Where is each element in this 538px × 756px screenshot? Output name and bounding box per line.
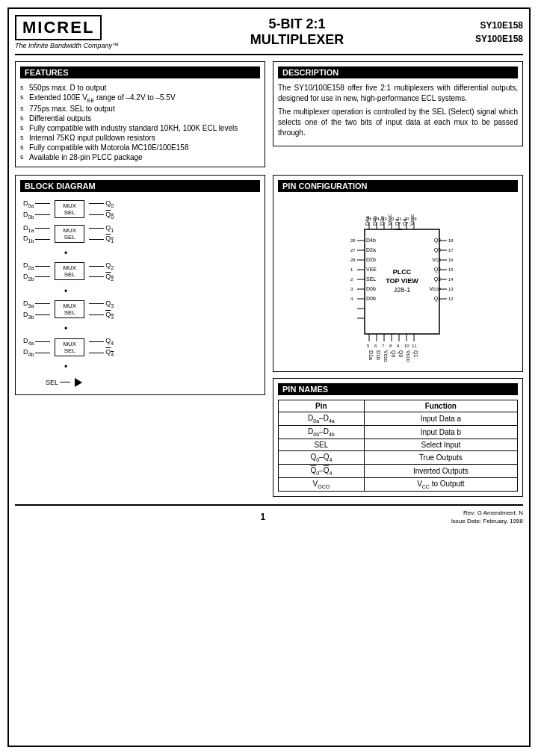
svg-text:Q3: Q3 — [433, 247, 440, 253]
svg-text:24: 24 — [374, 217, 380, 221]
svg-text:22: 22 — [389, 217, 395, 221]
svg-text:26: 26 — [350, 238, 356, 243]
pin-config-diagram: PLCC TOP VIEW J28-1 D4a D4b D3n Vccc — [278, 196, 518, 367]
pin-config-col: PIN CONFIGURATION PLCC TOP VIEW J28-1 — [273, 175, 523, 497]
svg-text:7: 7 — [382, 344, 385, 348]
svg-text:23: 23 — [382, 217, 387, 221]
svg-text:Q2: Q2 — [433, 276, 440, 282]
mux-inputs-0: D0a D0b — [23, 199, 52, 220]
mux-inputs-1: D1a D1b — [23, 224, 52, 244]
mux-row-4: D4a D4b MUX SEL Q4 Q4 — [23, 337, 257, 357]
part-numbers: SY10E158 SY100E158 — [475, 19, 523, 46]
col-pin-header: Pin — [279, 400, 365, 412]
table-row: Q0–Q4 Inverted Outputs — [279, 465, 518, 478]
svg-text:18: 18 — [448, 238, 454, 243]
title-line1: 5-BIT 2:1 — [119, 16, 475, 32]
mux-outputs-4: Q4 Q4 — [87, 337, 114, 357]
table-row: D0b–D4b Input Data b — [279, 426, 518, 439]
logo-tagline: The Infinite Bandwidth Company™ — [15, 42, 119, 49]
svg-text:Vcc: Vcc — [432, 257, 441, 262]
svg-text:4: 4 — [350, 297, 353, 301]
features-section: FEATURES 550ps max. D to output Extended… — [15, 61, 265, 167]
mux-box-3: MUX SEL — [55, 300, 84, 318]
svg-text:25: 25 — [367, 217, 372, 221]
mux-outputs-1: Q1 Q1 — [87, 224, 114, 244]
sel-triangle-icon — [75, 378, 82, 387]
mux-inputs-3: D3a D3b — [23, 300, 52, 320]
description-col: DESCRIPTION The SY10/100E158 offer five … — [273, 61, 523, 167]
block-diagram-section: BLOCK DIAGRAM D0a D0b MUX SEL Q0 — [15, 175, 265, 395]
footer: 1 Rev: G Amendment: N Issue Date: Februa… — [15, 504, 523, 525]
mux-row-0: D0a D0b MUX SEL Q0 Q0 — [23, 199, 257, 220]
block-diagram-col: BLOCK DIAGRAM D0a D0b MUX SEL Q0 — [15, 175, 265, 497]
feature-item: 550ps max. D to output — [20, 83, 260, 93]
mux-box-0: MUX SEL — [55, 200, 84, 218]
mux-box-2: MUX SEL — [55, 262, 84, 280]
footer-revision: Rev: G Amendment: N Issue Date: February… — [451, 509, 523, 525]
description-para2: The multiplexer operation is controlled … — [278, 107, 518, 138]
table-row: SEL Select Input — [279, 439, 518, 451]
svg-text:10: 10 — [404, 344, 409, 348]
feature-item: Available in 28-pin PLCC package — [20, 152, 260, 162]
header: MICREL The Infinite Bandwidth Company™ 5… — [15, 15, 523, 55]
svg-text:8: 8 — [389, 344, 392, 348]
title-line2: MULTIPLEXER — [119, 32, 475, 48]
mux-outputs-3: Q3 Q3 — [87, 300, 114, 320]
svg-text:27: 27 — [350, 248, 356, 252]
svg-text:11: 11 — [412, 344, 417, 348]
svg-text:TOP VIEW: TOP VIEW — [386, 277, 418, 285]
svg-text:16: 16 — [448, 258, 454, 262]
mux-box-1: MUX SEL — [55, 225, 84, 243]
svg-text:Q1: Q1 — [433, 296, 440, 302]
title-area: 5-BIT 2:1 MULTIPLEXER — [119, 16, 475, 48]
mux-inputs-2: D2a D2b — [23, 261, 52, 282]
description-section: DESCRIPTION The SY10/100E158 offer five … — [273, 61, 523, 146]
svg-text:9: 9 — [397, 344, 400, 348]
mux-inputs-4: D4a D4b — [23, 337, 52, 357]
svg-text:Q0: Q0 — [390, 350, 396, 357]
pin-names-heading: PIN NAMES — [278, 383, 518, 395]
feature-item: 775ps max. SEL to output — [20, 104, 260, 114]
svg-text:D4b: D4b — [366, 238, 376, 243]
svg-text:D0b: D0b — [366, 296, 376, 301]
svg-text:SEL: SEL — [366, 276, 376, 282]
svg-text:D1b: D1b — [376, 350, 381, 360]
description-para1: The SY10/100E158 offer five 2:1 multiple… — [278, 83, 518, 104]
svg-text:Q1: Q1 — [412, 350, 418, 357]
svg-text:J28-1: J28-1 — [393, 286, 410, 294]
rev-line1: Rev: G Amendment: N — [451, 509, 523, 517]
feature-item: Differential outputs — [20, 114, 260, 123]
svg-text:14: 14 — [448, 277, 454, 282]
sel-line: SEL — [46, 378, 257, 387]
features-heading: FEATURES — [20, 66, 260, 78]
svg-text:20: 20 — [404, 217, 409, 221]
svg-text:28: 28 — [350, 258, 356, 262]
block-diagram-heading: BLOCK DIAGRAM — [20, 180, 260, 192]
logo: MICREL — [15, 15, 102, 40]
svg-text:Q2: Q2 — [433, 267, 440, 273]
mux-outputs-2: Q2 Q2 — [87, 261, 114, 282]
mux-row-3: D3a D3b MUX SEL Q3 Q3 — [23, 300, 257, 320]
svg-text:D2b: D2b — [366, 257, 376, 262]
mux-row-2: D2a D2b MUX SEL Q2 Q2 — [23, 261, 257, 282]
mux-diagram: D0a D0b MUX SEL Q0 Q0 — [20, 196, 260, 390]
svg-text:Vcco: Vcco — [429, 286, 441, 291]
feature-item: Fully compatible with industry standard … — [20, 123, 260, 133]
mux-outputs-0: Q0 Q0 — [87, 199, 114, 220]
features-description-row: FEATURES 550ps max. D to output Extended… — [15, 61, 523, 167]
svg-text:17: 17 — [448, 248, 454, 252]
rev-line2: Issue Date: February, 1998 — [451, 517, 523, 525]
pin-config-section: PIN CONFIGURATION PLCC TOP VIEW J28-1 — [273, 175, 523, 372]
feature-item: Extended 100E VEE range of –4.2V to –5.5… — [20, 93, 260, 104]
svg-text:3: 3 — [350, 287, 353, 291]
svg-text:6: 6 — [374, 344, 377, 348]
description-heading: DESCRIPTION — [278, 66, 518, 78]
logo-text: MICREL — [22, 18, 94, 37]
svg-text:D0b: D0b — [366, 286, 376, 291]
svg-text:D1a: D1a — [368, 350, 374, 360]
svg-text:Vcco: Vcco — [406, 350, 411, 362]
logo-area: MICREL The Infinite Bandwidth Company™ — [15, 15, 119, 49]
plcc-diagram-svg: PLCC TOP VIEW J28-1 D4a D4b D3n Vccc — [324, 199, 473, 364]
svg-text:PLCC: PLCC — [392, 268, 411, 276]
part1: SY10E158 — [475, 19, 523, 32]
